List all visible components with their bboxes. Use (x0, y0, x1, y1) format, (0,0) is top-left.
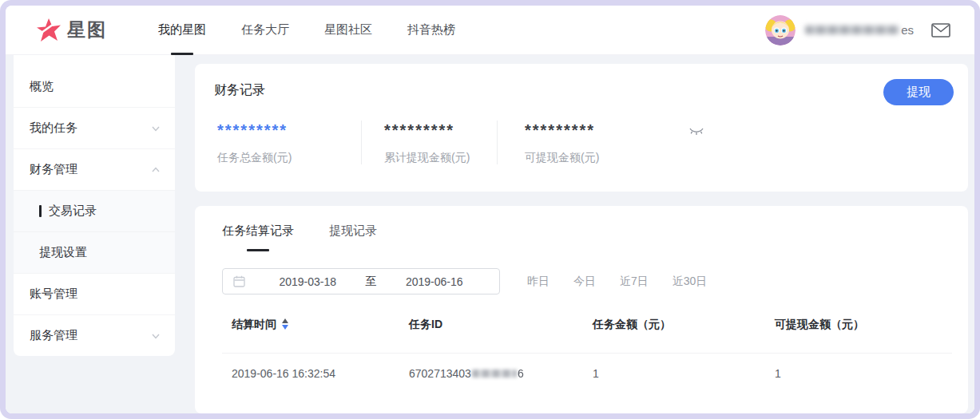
stat-label: 累计提现金额(元) (384, 150, 497, 164)
sidebar-item-account-management[interactable]: 账号管理 (14, 273, 175, 314)
table-row: 2019-06-16 16:32:54 6702713403 6 1 1 (222, 354, 952, 393)
main-column: 财务记录 提现 ********* 任务总金额(元) ********* 累计提… (195, 64, 968, 413)
user-name-redacted (805, 26, 899, 34)
finance-summary-card: 财务记录 提现 ********* 任务总金额(元) ********* 累计提… (195, 64, 968, 192)
stat-total-withdrawn: ********* 累计提现金额(元) (361, 121, 497, 164)
sidebar-item-label: 账号管理 (30, 287, 77, 302)
column-task-id: 任务ID (409, 316, 593, 332)
chevron-down-icon (151, 331, 161, 341)
quick-range-today[interactable]: 今日 (573, 275, 596, 289)
user-name-suffix: es (901, 23, 914, 37)
sidebar-item-label: 概览 (30, 79, 54, 94)
user-name[interactable]: es (805, 23, 914, 37)
active-nav-underline (171, 53, 193, 55)
task-id-redacted (472, 370, 517, 377)
logo-text: 星图 (67, 18, 107, 42)
top-navigation-bar: 星图 我的星图 任务大厅 星图社区 抖音热榜 (6, 6, 974, 55)
xingtu-logo[interactable]: 星图 (36, 18, 107, 43)
tab-task-settlement-records[interactable]: 任务结算记录 (222, 223, 294, 251)
finance-records-title: 财务记录 (214, 81, 952, 99)
records-tabs: 任务结算记录 提现记录 (222, 223, 952, 251)
withdraw-button[interactable]: 提现 (883, 79, 954, 105)
date-range-picker[interactable]: 2019-03-18 至 2019-06-16 (222, 268, 500, 294)
stat-total-task-amount: ********* 任务总金额(元) (217, 121, 361, 164)
selected-indicator-bar (39, 205, 42, 217)
task-id-suffix: 6 (518, 367, 524, 380)
cell-settlement-time: 2019-06-16 16:32:54 (232, 367, 409, 380)
sort-toggle-icon[interactable] (282, 318, 288, 330)
stat-value-masked: ********* (384, 121, 497, 140)
sidebar-item-overview[interactable]: 概览 (14, 65, 175, 107)
nav-item-community[interactable]: 星图社区 (324, 6, 372, 55)
sidebar-item-transaction-records[interactable]: 交易记录 (14, 190, 175, 231)
sidebar-item-label: 我的任务 (30, 121, 77, 136)
stat-value-masked: ********* (525, 121, 657, 140)
cell-withdrawable-amount: 1 (775, 367, 952, 380)
stat-label: 任务总金额(元) (217, 150, 361, 164)
chevron-down-icon (151, 124, 161, 133)
stat-withdrawable: ********* 可提现金额(元) (497, 121, 657, 164)
sidebar: 概览 我的任务 财务管理 交易记录 (14, 55, 175, 356)
topbar-right: es (765, 15, 950, 45)
page: 星图 我的星图 任务大厅 星图社区 抖音热榜 (6, 6, 974, 413)
sidebar-item-label: 财务管理 (30, 162, 77, 177)
tab-withdraw-records[interactable]: 提现记录 (329, 223, 377, 251)
filter-row: 2019-03-18 至 2019-06-16 昨日 今日 近7日 近30日 (222, 268, 952, 294)
active-tab-underline (247, 249, 269, 251)
sidebar-item-finance-management[interactable]: 财务管理 (14, 148, 175, 190)
caret-up-icon (282, 318, 288, 323)
sidebar-item-withdraw-settings[interactable]: 提现设置 (14, 231, 175, 273)
table-header: 结算时间 任务ID 任务金额（元） 可提现金额（元） (222, 316, 952, 332)
caret-down-icon (282, 325, 288, 330)
nav-label: 任务大厅 (241, 22, 289, 38)
records-card: 任务结算记录 提现记录 (195, 206, 968, 413)
content-area: 概览 我的任务 财务管理 交易记录 (6, 55, 974, 413)
column-withdrawable-amount: 可提现金额（元） (775, 316, 952, 332)
nav-label: 星图社区 (324, 22, 372, 38)
tab-label: 任务结算记录 (222, 223, 294, 239)
quick-range-yesterday[interactable]: 昨日 (527, 275, 550, 289)
tab-label: 提现记录 (329, 223, 377, 239)
chevron-up-icon (151, 165, 161, 175)
eye-closed-toggle-icon[interactable] (688, 127, 704, 136)
quick-range-7days[interactable]: 近7日 (620, 275, 649, 289)
sidebar-item-my-tasks[interactable]: 我的任务 (14, 107, 175, 148)
sidebar-item-label: 交易记录 (49, 204, 97, 219)
quick-range-30days[interactable]: 近30日 (673, 275, 708, 289)
nav-label: 抖音热榜 (407, 22, 455, 38)
nav-item-task-hall[interactable]: 任务大厅 (241, 6, 289, 55)
window-frame: 星图 我的星图 任务大厅 星图社区 抖音热榜 (0, 0, 980, 419)
messages-button[interactable] (931, 23, 950, 38)
stat-label: 可提现金额(元) (525, 150, 657, 164)
date-end[interactable]: 2019-06-16 (380, 275, 490, 288)
column-task-amount: 任务金额（元） (593, 316, 775, 332)
task-id-visible: 6702713403 (409, 367, 471, 380)
sidebar-item-service-management[interactable]: 服务管理 (14, 314, 175, 356)
primary-nav: 我的星图 任务大厅 星图社区 抖音热榜 (158, 6, 490, 55)
column-settlement-time: 结算时间 (232, 316, 409, 332)
nav-item-my-xingtu[interactable]: 我的星图 (158, 6, 206, 55)
calendar-icon (233, 275, 245, 287)
date-separator: 至 (363, 275, 380, 289)
star-logo-icon (36, 18, 61, 43)
nav-label: 我的星图 (158, 22, 206, 38)
date-start[interactable]: 2019-03-18 (253, 275, 363, 288)
envelope-icon (931, 23, 950, 38)
sidebar-item-label: 提现设置 (39, 245, 87, 260)
sidebar-item-label: 服务管理 (30, 328, 77, 343)
cell-task-id: 6702713403 6 (409, 367, 593, 380)
user-avatar[interactable] (765, 15, 796, 45)
cell-task-amount: 1 (593, 367, 775, 380)
column-label: 结算时间 (232, 316, 276, 332)
finance-stats: ********* 任务总金额(元) ********* 累计提现金额(元) *… (214, 121, 952, 164)
nav-item-douyin-hot[interactable]: 抖音热榜 (407, 6, 455, 55)
stat-value-masked: ********* (217, 121, 361, 140)
quick-range-links: 昨日 今日 近7日 近30日 (527, 275, 731, 289)
